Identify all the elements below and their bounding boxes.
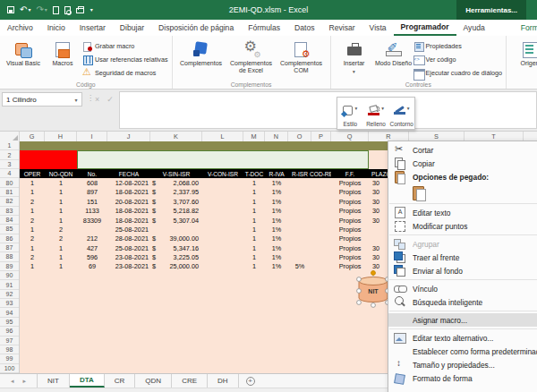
cell-K89[interactable]: $25,000.00	[150, 262, 202, 271]
tab-disposicion-de-pagina[interactable]: Disposición de página	[151, 20, 241, 36]
cell-P83[interactable]	[311, 207, 331, 216]
cell-G80[interactable]: 1	[20, 178, 45, 187]
complementos-excel-button[interactable]: Complementos de Excel	[226, 38, 277, 74]
row-header-100[interactable]: 100	[0, 364, 19, 373]
row-header-95[interactable]: 95	[0, 318, 19, 327]
menu-item-copiar[interactable]: Copiar	[388, 157, 537, 170]
column-header-P[interactable]: P	[311, 132, 331, 141]
sheet-tab-qdn[interactable]: QDN	[135, 374, 172, 388]
cell-K87[interactable]: $5,347.16	[150, 243, 202, 252]
cell-G85[interactable]: 1	[20, 225, 45, 234]
cell-H83[interactable]: 1	[45, 207, 77, 216]
cell-Q87[interactable]: Propios	[331, 243, 369, 252]
cell-I84[interactable]: 83309	[77, 216, 107, 225]
menu-item-vinculo[interactable]: Vínculo	[388, 282, 537, 295]
cell-J88[interactable]: 23-08-2021	[107, 252, 150, 261]
cell-J86[interactable]: 28-08-2021	[107, 234, 150, 243]
tab-formato[interactable]: Formato	[514, 20, 537, 36]
tab-inicio[interactable]: Inicio	[40, 20, 72, 36]
column-header-M[interactable]: M	[243, 132, 265, 141]
sheet-tab-nit[interactable]: NIT	[37, 374, 70, 388]
cell-G84[interactable]: 2	[20, 216, 45, 225]
column-header-G[interactable]: G	[20, 132, 45, 141]
sheet-tab-cre[interactable]: CRE	[172, 374, 208, 388]
menu-item-editar-texto-alternativo[interactable]: Editar texto alternativo...	[388, 331, 537, 345]
column-header-K[interactable]: K	[150, 132, 202, 141]
cell-I80[interactable]: 608	[77, 178, 107, 187]
cell-L81[interactable]	[202, 188, 243, 197]
cell-J85[interactable]: 25-08-2021	[107, 225, 150, 234]
cell-G89[interactable]: 1	[20, 262, 45, 271]
tab-programador[interactable]: Programador	[394, 20, 456, 36]
cell-H81[interactable]: 1	[45, 188, 77, 197]
banner-green-panel[interactable]	[77, 150, 369, 169]
modo-diseno-button[interactable]: Modo Diseño	[374, 38, 413, 67]
paste-option-keep-formatting[interactable]	[388, 183, 537, 201]
save-icon[interactable]	[7, 4, 14, 16]
row-header-94[interactable]: 94	[0, 308, 19, 317]
relative-references-button[interactable]: Usar referencias relativas	[82, 54, 168, 65]
cell-O86[interactable]	[288, 234, 311, 243]
cell-I85[interactable]	[77, 225, 107, 234]
row-header-89[interactable]: 89	[0, 262, 19, 271]
table-header-cell-v-con-isr[interactable]: V-CON-ISR	[202, 169, 243, 178]
cell-K84[interactable]: $5,307.04	[150, 216, 202, 225]
cell-J89[interactable]: 23-08-2021	[107, 262, 150, 271]
cell-M89[interactable]: 1	[243, 262, 265, 271]
visual-basic-button[interactable]: Visual Basic	[4, 38, 43, 67]
insertar-control-button[interactable]: Insertar ▾	[335, 38, 374, 74]
row-header-90[interactable]: 90	[0, 271, 19, 280]
complementos-com-button[interactable]: Complementos COM	[277, 38, 327, 74]
cell-N88[interactable]: 1%	[265, 252, 288, 261]
cell-P81[interactable]	[311, 188, 331, 197]
cell-G88[interactable]: 2	[20, 252, 45, 261]
table-header-cell-r-iva[interactable]: R-IVA	[265, 169, 288, 178]
cell-I81[interactable]: 897	[77, 188, 107, 197]
row-header-97[interactable]: 97	[0, 337, 19, 345]
add-sheet-button[interactable]: +	[239, 374, 262, 388]
cell-P82[interactable]	[311, 197, 331, 206]
cell-O84[interactable]	[288, 216, 311, 225]
table-header-cell-no-qdn[interactable]: NO-QDN	[45, 169, 77, 178]
row-header-2[interactable]: 2	[0, 150, 19, 159]
cell-H80[interactable]: 1	[45, 178, 77, 187]
row-header-83[interactable]: 83	[0, 207, 19, 216]
cell-O81[interactable]	[288, 188, 311, 197]
cell-N87[interactable]: 1%	[265, 243, 288, 252]
cell-N81[interactable]: 1%	[265, 188, 288, 197]
cell-H87[interactable]: 1	[45, 243, 77, 252]
cell-M83[interactable]: 1	[243, 207, 265, 216]
cell-K83[interactable]: $5,218.82	[150, 207, 202, 216]
cell-G83[interactable]: 1	[20, 207, 45, 216]
row-header-98[interactable]: 98	[0, 345, 19, 354]
column-header-I[interactable]: I	[77, 132, 107, 141]
cell-O83[interactable]	[288, 207, 311, 216]
table-header-cell-cod-re[interactable]: COD-RE	[311, 169, 331, 178]
cell-N83[interactable]: 1%	[265, 207, 288, 216]
cell-G86[interactable]: 2	[20, 234, 45, 243]
row-header-4[interactable]: 4	[0, 169, 19, 178]
record-macro-button[interactable]: Grabar macro	[82, 40, 168, 52]
cell-I89[interactable]: 69	[77, 262, 107, 271]
menu-item-opciones-de-pegado[interactable]: Opciones de pegado:	[388, 170, 537, 183]
print-icon[interactable]	[76, 4, 84, 16]
tab-vista[interactable]: Vista	[362, 20, 394, 36]
column-header-H[interactable]: H	[45, 132, 77, 141]
cell-N89[interactable]: 1%	[265, 262, 288, 271]
row-header-96[interactable]: 96	[0, 327, 19, 336]
tab-archivo[interactable]: Archivo	[0, 20, 40, 36]
cell-N84[interactable]: 1%	[265, 216, 288, 225]
cell-I88[interactable]: 596	[77, 252, 107, 261]
cell-P84[interactable]	[311, 216, 331, 225]
undo-icon[interactable]: ▾	[20, 4, 30, 16]
propiedades-button[interactable]: Propiedades	[413, 40, 503, 52]
sheet-tab-dh[interactable]: DH	[208, 374, 239, 388]
cell-P80[interactable]	[311, 178, 331, 187]
row-header-93[interactable]: 93	[0, 299, 19, 308]
customize-toolbar-icon[interactable]: ▾	[90, 4, 93, 16]
cell-P88[interactable]	[311, 252, 331, 261]
row-header-3[interactable]: 3	[0, 160, 19, 169]
cell-I87[interactable]: 427	[77, 243, 107, 252]
cell-P85[interactable]	[311, 225, 331, 234]
cell-Q81[interactable]: Propios	[331, 188, 369, 197]
